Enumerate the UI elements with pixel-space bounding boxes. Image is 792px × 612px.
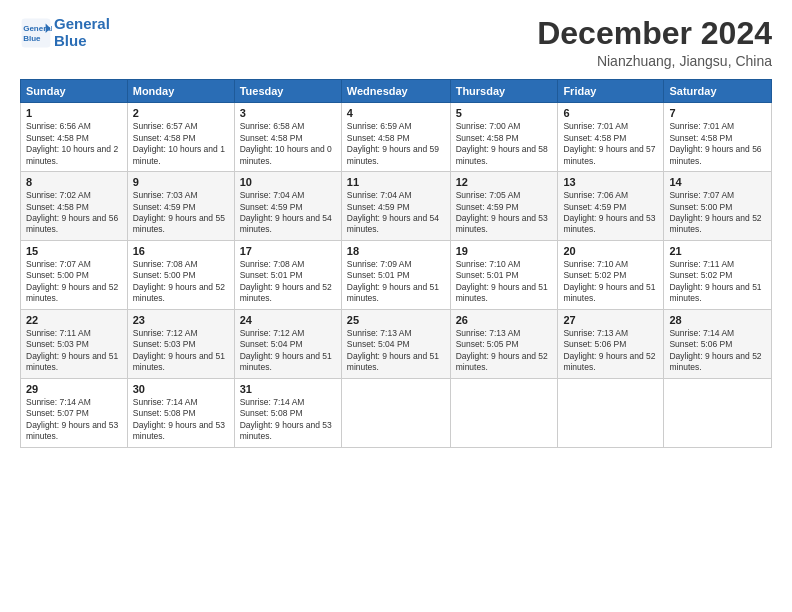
day-number: 19 bbox=[456, 245, 553, 257]
title-block: December 2024 Nianzhuang, Jiangsu, China bbox=[537, 16, 772, 69]
day-number: 31 bbox=[240, 383, 336, 395]
page: General Blue GeneralBlue December 2024 N… bbox=[0, 0, 792, 612]
day-number: 7 bbox=[669, 107, 766, 119]
month-title: December 2024 bbox=[537, 16, 772, 51]
calendar-cell: 30 Sunrise: 7:14 AM Sunset: 5:08 PM Dayl… bbox=[127, 378, 234, 447]
calendar-cell: 15 Sunrise: 7:07 AM Sunset: 5:00 PM Dayl… bbox=[21, 240, 128, 309]
day-number: 22 bbox=[26, 314, 122, 326]
calendar-week-row: 1 Sunrise: 6:56 AM Sunset: 4:58 PM Dayli… bbox=[21, 103, 772, 172]
calendar-cell: 27 Sunrise: 7:13 AM Sunset: 5:06 PM Dayl… bbox=[558, 309, 664, 378]
calendar-cell: 22 Sunrise: 7:11 AM Sunset: 5:03 PM Dayl… bbox=[21, 309, 128, 378]
day-info: Sunrise: 7:14 AM Sunset: 5:07 PM Dayligh… bbox=[26, 397, 122, 443]
calendar-cell: 6 Sunrise: 7:01 AM Sunset: 4:58 PM Dayli… bbox=[558, 103, 664, 172]
calendar-cell bbox=[341, 378, 450, 447]
day-number: 11 bbox=[347, 176, 445, 188]
day-info: Sunrise: 7:06 AM Sunset: 4:59 PM Dayligh… bbox=[563, 190, 658, 236]
calendar-cell: 1 Sunrise: 6:56 AM Sunset: 4:58 PM Dayli… bbox=[21, 103, 128, 172]
day-info: Sunrise: 7:11 AM Sunset: 5:03 PM Dayligh… bbox=[26, 328, 122, 374]
calendar-cell: 5 Sunrise: 7:00 AM Sunset: 4:58 PM Dayli… bbox=[450, 103, 558, 172]
calendar-cell bbox=[558, 378, 664, 447]
logo-icon: General Blue bbox=[20, 17, 52, 49]
calendar-cell: 25 Sunrise: 7:13 AM Sunset: 5:04 PM Dayl… bbox=[341, 309, 450, 378]
day-number: 20 bbox=[563, 245, 658, 257]
day-of-week-header: Sunday bbox=[21, 80, 128, 103]
day-number: 3 bbox=[240, 107, 336, 119]
calendar-cell: 8 Sunrise: 7:02 AM Sunset: 4:58 PM Dayli… bbox=[21, 172, 128, 241]
calendar-cell: 29 Sunrise: 7:14 AM Sunset: 5:07 PM Dayl… bbox=[21, 378, 128, 447]
calendar-cell: 28 Sunrise: 7:14 AM Sunset: 5:06 PM Dayl… bbox=[664, 309, 772, 378]
day-of-week-header: Thursday bbox=[450, 80, 558, 103]
day-number: 10 bbox=[240, 176, 336, 188]
day-number: 1 bbox=[26, 107, 122, 119]
day-info: Sunrise: 6:58 AM Sunset: 4:58 PM Dayligh… bbox=[240, 121, 336, 167]
day-info: Sunrise: 7:07 AM Sunset: 5:00 PM Dayligh… bbox=[26, 259, 122, 305]
day-number: 15 bbox=[26, 245, 122, 257]
calendar-cell: 10 Sunrise: 7:04 AM Sunset: 4:59 PM Dayl… bbox=[234, 172, 341, 241]
calendar-cell bbox=[450, 378, 558, 447]
day-info: Sunrise: 6:59 AM Sunset: 4:58 PM Dayligh… bbox=[347, 121, 445, 167]
calendar-cell: 7 Sunrise: 7:01 AM Sunset: 4:58 PM Dayli… bbox=[664, 103, 772, 172]
day-number: 30 bbox=[133, 383, 229, 395]
calendar-cell: 19 Sunrise: 7:10 AM Sunset: 5:01 PM Dayl… bbox=[450, 240, 558, 309]
day-number: 29 bbox=[26, 383, 122, 395]
day-info: Sunrise: 7:14 AM Sunset: 5:06 PM Dayligh… bbox=[669, 328, 766, 374]
day-info: Sunrise: 7:13 AM Sunset: 5:06 PM Dayligh… bbox=[563, 328, 658, 374]
day-of-week-header: Friday bbox=[558, 80, 664, 103]
day-info: Sunrise: 7:04 AM Sunset: 4:59 PM Dayligh… bbox=[347, 190, 445, 236]
day-info: Sunrise: 7:13 AM Sunset: 5:04 PM Dayligh… bbox=[347, 328, 445, 374]
day-of-week-header: Saturday bbox=[664, 80, 772, 103]
day-info: Sunrise: 7:12 AM Sunset: 5:03 PM Dayligh… bbox=[133, 328, 229, 374]
calendar-cell: 3 Sunrise: 6:58 AM Sunset: 4:58 PM Dayli… bbox=[234, 103, 341, 172]
header: General Blue GeneralBlue December 2024 N… bbox=[20, 16, 772, 69]
day-info: Sunrise: 7:13 AM Sunset: 5:05 PM Dayligh… bbox=[456, 328, 553, 374]
calendar-week-row: 15 Sunrise: 7:07 AM Sunset: 5:00 PM Dayl… bbox=[21, 240, 772, 309]
calendar-cell: 31 Sunrise: 7:14 AM Sunset: 5:08 PM Dayl… bbox=[234, 378, 341, 447]
day-info: Sunrise: 7:11 AM Sunset: 5:02 PM Dayligh… bbox=[669, 259, 766, 305]
day-number: 21 bbox=[669, 245, 766, 257]
day-info: Sunrise: 7:07 AM Sunset: 5:00 PM Dayligh… bbox=[669, 190, 766, 236]
calendar-table: SundayMondayTuesdayWednesdayThursdayFrid… bbox=[20, 79, 772, 447]
calendar-cell bbox=[664, 378, 772, 447]
day-number: 17 bbox=[240, 245, 336, 257]
calendar-header-row: SundayMondayTuesdayWednesdayThursdayFrid… bbox=[21, 80, 772, 103]
day-number: 2 bbox=[133, 107, 229, 119]
day-info: Sunrise: 7:10 AM Sunset: 5:01 PM Dayligh… bbox=[456, 259, 553, 305]
day-info: Sunrise: 7:04 AM Sunset: 4:59 PM Dayligh… bbox=[240, 190, 336, 236]
calendar-week-row: 29 Sunrise: 7:14 AM Sunset: 5:07 PM Dayl… bbox=[21, 378, 772, 447]
day-number: 28 bbox=[669, 314, 766, 326]
day-info: Sunrise: 6:57 AM Sunset: 4:58 PM Dayligh… bbox=[133, 121, 229, 167]
calendar-week-row: 8 Sunrise: 7:02 AM Sunset: 4:58 PM Dayli… bbox=[21, 172, 772, 241]
day-info: Sunrise: 7:08 AM Sunset: 5:01 PM Dayligh… bbox=[240, 259, 336, 305]
logo-text: GeneralBlue bbox=[54, 16, 110, 49]
day-number: 12 bbox=[456, 176, 553, 188]
calendar-week-row: 22 Sunrise: 7:11 AM Sunset: 5:03 PM Dayl… bbox=[21, 309, 772, 378]
calendar-cell: 11 Sunrise: 7:04 AM Sunset: 4:59 PM Dayl… bbox=[341, 172, 450, 241]
calendar-cell: 24 Sunrise: 7:12 AM Sunset: 5:04 PM Dayl… bbox=[234, 309, 341, 378]
day-number: 14 bbox=[669, 176, 766, 188]
day-info: Sunrise: 6:56 AM Sunset: 4:58 PM Dayligh… bbox=[26, 121, 122, 167]
day-number: 25 bbox=[347, 314, 445, 326]
day-info: Sunrise: 7:01 AM Sunset: 4:58 PM Dayligh… bbox=[563, 121, 658, 167]
logo: General Blue GeneralBlue bbox=[20, 16, 110, 49]
day-info: Sunrise: 7:03 AM Sunset: 4:59 PM Dayligh… bbox=[133, 190, 229, 236]
calendar-cell: 26 Sunrise: 7:13 AM Sunset: 5:05 PM Dayl… bbox=[450, 309, 558, 378]
calendar-cell: 21 Sunrise: 7:11 AM Sunset: 5:02 PM Dayl… bbox=[664, 240, 772, 309]
day-number: 6 bbox=[563, 107, 658, 119]
day-number: 24 bbox=[240, 314, 336, 326]
day-number: 13 bbox=[563, 176, 658, 188]
calendar-cell: 4 Sunrise: 6:59 AM Sunset: 4:58 PM Dayli… bbox=[341, 103, 450, 172]
day-info: Sunrise: 7:01 AM Sunset: 4:58 PM Dayligh… bbox=[669, 121, 766, 167]
day-number: 8 bbox=[26, 176, 122, 188]
calendar-cell: 23 Sunrise: 7:12 AM Sunset: 5:03 PM Dayl… bbox=[127, 309, 234, 378]
day-info: Sunrise: 7:00 AM Sunset: 4:58 PM Dayligh… bbox=[456, 121, 553, 167]
day-number: 5 bbox=[456, 107, 553, 119]
svg-text:Blue: Blue bbox=[23, 34, 41, 43]
calendar-cell: 18 Sunrise: 7:09 AM Sunset: 5:01 PM Dayl… bbox=[341, 240, 450, 309]
calendar-cell: 16 Sunrise: 7:08 AM Sunset: 5:00 PM Dayl… bbox=[127, 240, 234, 309]
day-number: 4 bbox=[347, 107, 445, 119]
day-number: 9 bbox=[133, 176, 229, 188]
day-info: Sunrise: 7:09 AM Sunset: 5:01 PM Dayligh… bbox=[347, 259, 445, 305]
calendar-cell: 13 Sunrise: 7:06 AM Sunset: 4:59 PM Dayl… bbox=[558, 172, 664, 241]
calendar-cell: 17 Sunrise: 7:08 AM Sunset: 5:01 PM Dayl… bbox=[234, 240, 341, 309]
day-number: 23 bbox=[133, 314, 229, 326]
